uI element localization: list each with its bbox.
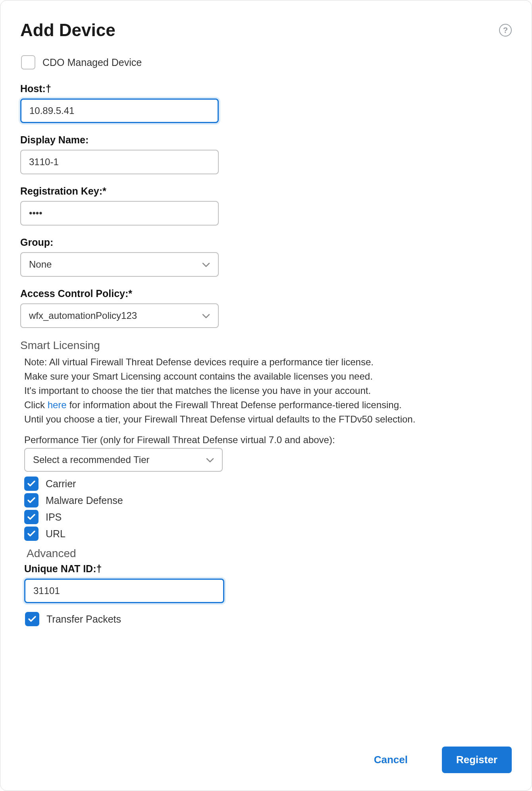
- smart-licensing-section-label: Smart Licensing: [20, 339, 512, 352]
- license-url-label: URL: [46, 528, 66, 540]
- registration-key-label: Registration Key:*: [20, 185, 512, 197]
- host-field-row: Host:†: [20, 83, 512, 123]
- note-line: Click here for information about the Fir…: [24, 398, 512, 412]
- transfer-packets-checkbox[interactable]: [25, 612, 39, 626]
- license-malware-label: Malware Defense: [46, 495, 123, 506]
- note-line: Note: All virtual Firewall Threat Defens…: [24, 355, 512, 369]
- host-label: Host:†: [20, 83, 512, 95]
- dialog-header: Add Device ?: [20, 20, 512, 40]
- chevron-down-icon: [202, 310, 210, 321]
- group-label: Group:: [20, 237, 512, 248]
- dialog-title: Add Device: [20, 20, 116, 40]
- display-name-field-row: Display Name:: [20, 134, 512, 174]
- access-control-policy-value: wfx_automationPolicy123: [29, 310, 137, 321]
- access-control-policy-field-row: Access Control Policy:* wfx_automationPo…: [20, 288, 512, 328]
- here-link[interactable]: here: [48, 399, 67, 410]
- group-select[interactable]: None: [20, 252, 219, 277]
- note-line: It's important to choose the tier that m…: [24, 384, 512, 398]
- license-ips-row: IPS: [24, 510, 512, 524]
- cancel-button[interactable]: Cancel: [360, 747, 422, 773]
- license-carrier-label: Carrier: [46, 478, 76, 490]
- display-name-label: Display Name:: [20, 134, 512, 146]
- performance-tier-value: Select a recommended Tier: [33, 454, 149, 465]
- group-select-value: None: [29, 259, 52, 270]
- transfer-packets-label: Transfer Packets: [46, 614, 121, 625]
- nat-id-label: Unique NAT ID:†: [24, 563, 512, 575]
- group-field-row: Group: None: [20, 237, 512, 277]
- license-checkbox-group: Carrier Malware Defense IPS URL: [20, 477, 512, 541]
- dialog-footer: Cancel Register: [360, 747, 512, 773]
- nat-id-field-row: Unique NAT ID:†: [20, 563, 512, 603]
- registration-key-field-row: Registration Key:*: [20, 185, 512, 226]
- chevron-down-icon: [206, 454, 214, 465]
- transfer-packets-row: Transfer Packets: [21, 612, 512, 626]
- license-ips-checkbox[interactable]: [24, 510, 39, 524]
- display-name-input[interactable]: [20, 150, 219, 174]
- chevron-down-icon: [202, 259, 210, 270]
- license-malware-row: Malware Defense: [24, 493, 512, 507]
- note-line: Until you choose a tier, your Firewall T…: [24, 412, 512, 426]
- license-carrier-row: Carrier: [24, 477, 512, 491]
- performance-tier-select[interactable]: Select a recommended Tier: [24, 448, 223, 472]
- register-button[interactable]: Register: [442, 747, 512, 773]
- license-url-checkbox[interactable]: [24, 527, 39, 541]
- cdo-managed-checkbox[interactable]: [21, 55, 35, 69]
- performance-tier-label: Performance Tier (only for Firewall Thre…: [20, 434, 512, 446]
- license-ips-label: IPS: [46, 511, 62, 523]
- access-control-policy-label: Access Control Policy:*: [20, 288, 512, 299]
- advanced-section-label: Advanced: [20, 547, 512, 560]
- access-control-policy-select[interactable]: wfx_automationPolicy123: [20, 303, 219, 328]
- license-carrier-checkbox[interactable]: [24, 477, 39, 491]
- registration-key-input[interactable]: [20, 201, 219, 226]
- host-input[interactable]: [20, 98, 219, 123]
- cdo-managed-label: CDO Managed Device: [42, 57, 142, 68]
- help-icon[interactable]: ?: [499, 24, 512, 37]
- smart-licensing-notes: Note: All virtual Firewall Threat Defens…: [20, 355, 512, 426]
- note-line: Make sure your Smart Licensing account c…: [24, 369, 512, 384]
- cdo-managed-row: CDO Managed Device: [21, 55, 512, 69]
- add-device-dialog: Add Device ? CDO Managed Device Host:† D…: [0, 0, 532, 791]
- nat-id-input[interactable]: [24, 579, 224, 603]
- license-url-row: URL: [24, 527, 512, 541]
- license-malware-checkbox[interactable]: [24, 493, 39, 507]
